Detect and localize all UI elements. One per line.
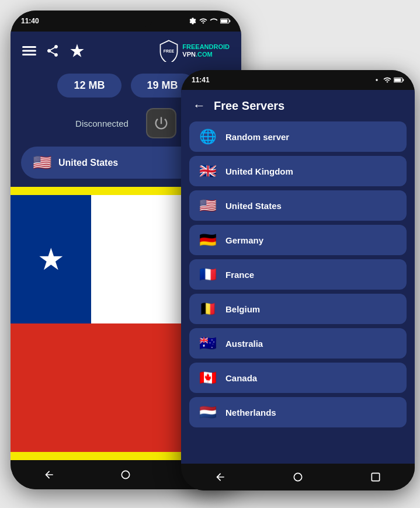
server-flag: 🇧🇪 <box>199 301 217 317</box>
svg-point-15 <box>294 473 301 481</box>
svg-point-9 <box>122 471 130 478</box>
svg-rect-6 <box>22 54 36 55</box>
connection-status: Disconnected <box>75 119 129 128</box>
server-name: Australia <box>225 339 263 349</box>
phone2-status-bar: 11:41 <box>181 70 415 90</box>
phone2-time: 11:41 <box>192 76 210 84</box>
server-name: United Kingdom <box>225 166 293 176</box>
server-name: Netherlands <box>225 408 276 417</box>
phone2-nav-bar <box>181 464 415 490</box>
chile-star: ★ <box>37 242 65 277</box>
logo-text-block: FREEANDROID VPN.COM <box>182 43 230 58</box>
country-left: 🇺🇸 United States <box>33 154 118 172</box>
server-flag: 🇫🇷 <box>199 266 217 283</box>
server-name: United States <box>225 201 282 211</box>
chile-blue-section: ★ <box>11 195 91 323</box>
logo-vpn: VPN.COM <box>182 51 230 58</box>
phone1-time: 11:40 <box>21 17 39 25</box>
selected-flag: 🇺🇸 <box>33 154 51 172</box>
phone2-home-btn[interactable] <box>291 470 305 484</box>
server-name: Canada <box>225 373 257 383</box>
download-stat: 12 MB <box>57 74 121 98</box>
phone1-status-icons <box>189 17 231 25</box>
phone1-status-bar: 11:40 <box>11 11 241 32</box>
phone2-screen: ← Free Servers 🌐Random server🇬🇧United Ki… <box>181 90 415 464</box>
svg-rect-5 <box>22 50 36 52</box>
home-nav-btn[interactable] <box>119 468 133 482</box>
menu-icon[interactable] <box>22 44 36 58</box>
server-item[interactable]: 🌐Random server <box>189 121 407 152</box>
server-item[interactable]: 🇩🇪Germany <box>189 225 407 255</box>
server-item[interactable]: 🇺🇸United States <box>189 190 407 221</box>
phone2-recents-btn[interactable] <box>369 470 383 484</box>
phone2-status-icons <box>373 76 404 84</box>
server-item[interactable]: 🇫🇷France <box>189 259 407 290</box>
server-name: Germany <box>225 235 263 245</box>
back-nav-btn[interactable] <box>42 468 56 482</box>
phone2-back-btn[interactable] <box>213 470 227 484</box>
phone2-back-icon <box>214 471 226 483</box>
shield-logo: FREE <box>158 40 180 62</box>
battery-icon <box>220 17 231 25</box>
logo-domain: .COM <box>196 51 213 58</box>
power-button[interactable] <box>146 108 176 138</box>
server-list-header: ← Free Servers <box>181 90 415 119</box>
signal-icon <box>210 17 218 25</box>
power-icon <box>153 115 169 131</box>
server-item[interactable]: 🇦🇺Australia <box>189 328 407 359</box>
svg-text:FREE: FREE <box>164 49 175 53</box>
server-item[interactable]: 🇬🇧United Kingdom <box>189 156 407 186</box>
server-name: France <box>225 270 254 280</box>
phone1-top-bar: ★ FREE FREEANDROID VPN.COM <box>11 32 241 68</box>
server-item[interactable]: 🇧🇪Belgium <box>189 294 407 324</box>
phone2-wifi-icon <box>383 76 391 84</box>
server-item[interactable]: 🇨🇦Canada <box>189 363 407 393</box>
server-back-button[interactable]: ← <box>193 98 206 113</box>
svg-point-11 <box>376 79 378 81</box>
svg-rect-4 <box>22 46 36 48</box>
server-list-title: Free Servers <box>214 99 284 113</box>
server-flag: 🇺🇸 <box>199 197 217 214</box>
rate-icon[interactable]: ★ <box>69 43 85 59</box>
logo-android: ANDROID <box>200 43 230 50</box>
back-nav-icon <box>43 469 55 481</box>
share-icon[interactable] <box>46 44 60 58</box>
svg-rect-13 <box>394 78 401 81</box>
server-item[interactable]: 🇳🇱Netherlands <box>189 397 407 427</box>
wifi-icon <box>199 17 207 25</box>
phone2-settings-icon <box>373 76 381 84</box>
svg-text:★: ★ <box>74 57 79 60</box>
server-flag: 🇬🇧 <box>199 163 217 179</box>
server-flag: 🇦🇺 <box>199 335 217 352</box>
server-name: Belgium <box>225 304 260 314</box>
phone2-recents-icon <box>370 471 381 483</box>
phones-container: 11:40 <box>0 0 420 508</box>
server-list: 🌐Random server🇬🇧United Kingdom🇺🇸United S… <box>181 119 415 464</box>
phone1-toolbar-icons: ★ <box>22 43 85 59</box>
app-logo: FREE FREEANDROID VPN.COM <box>158 40 230 62</box>
server-flag: 🇳🇱 <box>199 404 217 420</box>
phone1-notch <box>100 15 152 27</box>
settings-icon <box>189 17 197 25</box>
svg-rect-2 <box>221 19 227 22</box>
svg-rect-16 <box>372 473 380 481</box>
logo-free: FREE <box>182 43 199 50</box>
phone2-battery-icon <box>394 76 404 84</box>
phone2-home-icon <box>292 471 304 483</box>
svg-rect-14 <box>402 79 404 81</box>
server-flag: 🇨🇦 <box>199 370 217 386</box>
selected-country: United States <box>58 158 118 168</box>
svg-rect-3 <box>229 20 230 22</box>
home-nav-icon <box>120 469 131 481</box>
phone2: 11:41 ← Free Servers 🌐Random server🇬🇧Uni… <box>181 70 415 490</box>
server-name: Random server <box>225 132 289 142</box>
server-flag: 🌐 <box>199 128 217 145</box>
server-flag: 🇩🇪 <box>199 232 217 248</box>
